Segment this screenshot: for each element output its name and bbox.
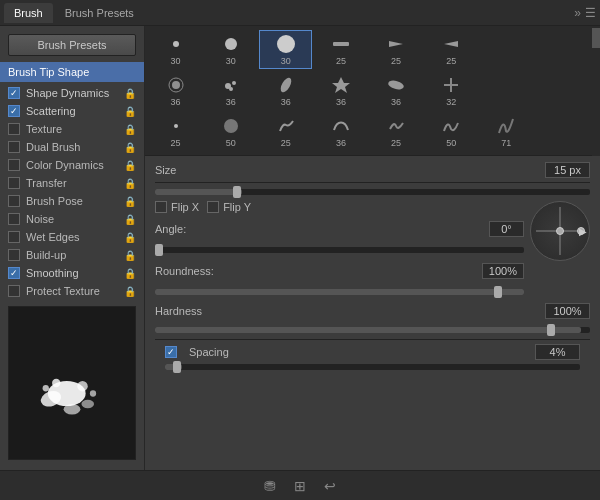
sidebar-item-transfer[interactable]: Transfer 🔒 — [0, 174, 144, 192]
checkbox-noise[interactable] — [8, 213, 20, 225]
size-slider[interactable] — [155, 189, 590, 195]
brush-shape-18 — [275, 115, 297, 137]
tab-brush[interactable]: Brush — [4, 3, 53, 23]
brush-cell-0[interactable]: 30 — [149, 30, 202, 69]
brush-cell-8[interactable]: 36 — [149, 71, 202, 110]
brush-tip-shape-header[interactable]: Brush Tip Shape — [0, 62, 144, 82]
flip-y-btn[interactable]: Flip Y — [207, 201, 251, 213]
svg-point-8 — [173, 41, 179, 47]
angle-center-dot — [556, 227, 564, 235]
brush-cell-13[interactable]: 32 — [425, 71, 478, 110]
grid-scrollbar[interactable] — [592, 26, 600, 156]
svg-point-5 — [81, 400, 94, 408]
sidebar-item-scattering[interactable]: Scattering 🔒 — [0, 102, 144, 120]
svg-rect-11 — [333, 42, 349, 46]
sidebar-item-buildup[interactable]: Build-up 🔒 — [0, 246, 144, 264]
checkbox-buildup[interactable] — [8, 249, 20, 261]
grid-view-icon[interactable]: ⊞ — [290, 476, 310, 496]
brush-cell-12[interactable]: 36 — [370, 71, 423, 110]
brush-cell-15[interactable] — [535, 71, 588, 110]
sidebar-item-smoothing[interactable]: Smoothing 🔒 — [0, 264, 144, 282]
sidebar-item-noise[interactable]: Noise 🔒 — [0, 210, 144, 228]
checkbox-dual-brush[interactable] — [8, 141, 20, 153]
size-value[interactable]: 15 px — [545, 162, 590, 178]
flip-y-label: Flip Y — [223, 201, 251, 213]
angle-value[interactable]: 0° — [489, 221, 524, 237]
svg-point-3 — [64, 404, 81, 415]
brush-cell-16[interactable]: 25 — [149, 112, 202, 151]
spacing-slider[interactable] — [165, 364, 580, 370]
flip-x-btn[interactable]: Flip X — [155, 201, 199, 213]
tab-bar: Brush Brush Presets » ☰ — [0, 0, 600, 26]
spacing-checkbox[interactable] — [165, 346, 177, 358]
brush-cell-6[interactable] — [480, 30, 533, 69]
tab-brush-presets[interactable]: Brush Presets — [55, 3, 144, 23]
svg-point-19 — [278, 76, 293, 94]
checkbox-protect-texture[interactable] — [8, 285, 20, 297]
angle-row: Angle: 0° — [155, 219, 524, 239]
sidebar-item-texture[interactable]: Texture 🔒 — [0, 120, 144, 138]
flip-x-label: Flip X — [171, 201, 199, 213]
sidebar-item-dual-brush[interactable]: Dual Brush 🔒 — [0, 138, 144, 156]
brush-cell-7[interactable] — [535, 30, 588, 69]
svg-point-25 — [224, 119, 238, 133]
svg-point-4 — [52, 379, 60, 387]
flip-x-checkbox[interactable] — [155, 201, 167, 213]
hardness-slider[interactable] — [155, 327, 590, 333]
brush-shape-4 — [385, 33, 407, 55]
brush-shape-23 — [550, 115, 572, 137]
brush-panel: Brush Brush Presets » ☰ Brush Presets Br… — [0, 0, 600, 500]
sidebar-item-wet-edges[interactable]: Wet Edges 🔒 — [0, 228, 144, 246]
brush-cell-14[interactable] — [480, 71, 533, 110]
brush-presets-button[interactable]: Brush Presets — [8, 34, 136, 56]
spacing-value[interactable]: 4% — [535, 344, 580, 360]
brush-cell-19[interactable]: 36 — [314, 112, 367, 151]
brush-cell-10[interactable]: 36 — [259, 71, 312, 110]
flip-y-checkbox[interactable] — [207, 201, 219, 213]
brush-cell-18[interactable]: 25 — [259, 112, 312, 151]
brush-cell-21[interactable]: 50 — [425, 112, 478, 151]
svg-point-21 — [387, 79, 405, 91]
angle-slider[interactable] — [155, 247, 524, 253]
settings-icon[interactable]: ↩ — [320, 476, 340, 496]
sidebar-item-shape-dynamics[interactable]: Shape Dynamics 🔒 — [0, 84, 144, 102]
checkbox-transfer[interactable] — [8, 177, 20, 189]
svg-point-17 — [232, 81, 236, 85]
brush-cell-23[interactable] — [535, 112, 588, 151]
new-brush-icon[interactable]: ⛃ — [260, 476, 280, 496]
brush-cell-20[interactable]: 25 — [370, 112, 423, 151]
brush-cell-9[interactable]: 36 — [204, 71, 257, 110]
menu-icon[interactable]: ☰ — [585, 6, 596, 20]
brush-shape-22 — [495, 115, 517, 137]
checkbox-texture[interactable] — [8, 123, 20, 135]
sidebar-item-color-dynamics[interactable]: Color Dynamics 🔒 — [0, 156, 144, 174]
brush-cell-5[interactable]: 25 — [425, 30, 478, 69]
size-row: Size 15 px — [155, 162, 590, 183]
checkbox-wet-edges[interactable] — [8, 231, 20, 243]
angle-widget[interactable]: ▶ — [530, 201, 590, 261]
brush-preview-svg — [9, 307, 135, 459]
checkbox-smoothing[interactable] — [8, 267, 20, 279]
brush-cell-3[interactable]: 25 — [314, 30, 367, 69]
sidebar-item-protect-texture[interactable]: Protect Texture 🔒 — [0, 282, 144, 300]
brush-cell-11[interactable]: 36 — [314, 71, 367, 110]
right-panel: 30 30 30 25 — [145, 26, 600, 470]
checkbox-brush-pose[interactable] — [8, 195, 20, 207]
sidebar-item-brush-pose[interactable]: Brush Pose 🔒 — [0, 192, 144, 210]
brush-shape-15 — [550, 74, 572, 96]
checkbox-scattering[interactable] — [8, 105, 20, 117]
brush-cell-17[interactable]: 50 — [204, 112, 257, 151]
brush-shape-5 — [440, 33, 462, 55]
roundness-slider[interactable] — [155, 289, 524, 295]
checkbox-shape-dynamics[interactable] — [8, 87, 20, 99]
brush-cell-22[interactable]: 71 — [480, 112, 533, 151]
hardness-value[interactable]: 100% — [545, 303, 590, 319]
lock-icon-transfer: 🔒 — [124, 178, 136, 189]
lock-icon-smoothing: 🔒 — [124, 268, 136, 279]
checkbox-color-dynamics[interactable] — [8, 159, 20, 171]
roundness-value[interactable]: 100% — [482, 263, 524, 279]
expand-icon[interactable]: » — [574, 6, 581, 20]
brush-cell-1[interactable]: 30 — [204, 30, 257, 69]
brush-cell-2[interactable]: 30 — [259, 30, 312, 69]
brush-cell-4[interactable]: 25 — [370, 30, 423, 69]
